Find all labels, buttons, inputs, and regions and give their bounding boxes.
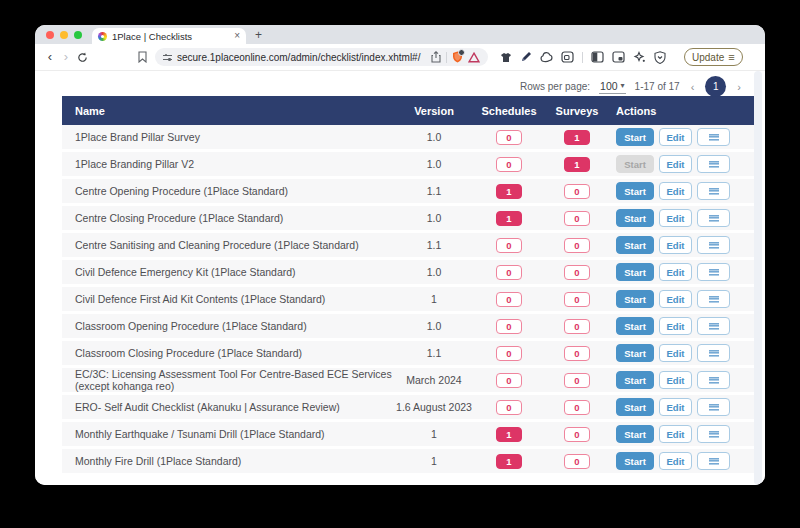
start-button[interactable]: Start	[616, 317, 654, 335]
tshirt-extension-icon[interactable]	[500, 52, 512, 63]
edit-button[interactable]: Edit	[659, 317, 692, 335]
back-button[interactable]: ‹	[42, 49, 58, 65]
reload-icon[interactable]	[74, 52, 90, 63]
tab-group-icon[interactable]	[612, 51, 625, 63]
edit-button[interactable]: Edit	[659, 128, 692, 146]
edit-button[interactable]: Edit	[659, 263, 692, 281]
update-browser-button[interactable]: Update ≡	[684, 48, 743, 66]
sparkle-icon[interactable]	[633, 51, 646, 63]
surveys-count-badge[interactable]: 1	[564, 157, 590, 172]
rows-per-page-select[interactable]: 100 ▾	[599, 80, 626, 94]
surveys-count-badge[interactable]: 0	[564, 373, 590, 388]
edit-button[interactable]: Edit	[659, 182, 692, 200]
zoom-window-button[interactable]	[74, 31, 82, 39]
address-bar[interactable]: secure.1placeonline.com/admin/checklist/…	[155, 48, 488, 66]
edit-button[interactable]: Edit	[659, 209, 692, 227]
start-button[interactable]: Start	[616, 425, 654, 443]
start-button[interactable]: Start	[616, 452, 654, 470]
schedules-count-badge[interactable]: 1	[496, 427, 522, 442]
browser-tab[interactable]: 1Place | Checklists ×	[92, 28, 246, 44]
page-content: Rows per page: 100 ▾ 1-17 of 17 ‹ 1 › Na…	[35, 71, 765, 485]
edit-button[interactable]: Edit	[659, 452, 692, 470]
share-icon[interactable]	[431, 51, 441, 63]
edit-button[interactable]: Edit	[659, 290, 692, 308]
start-button[interactable]: Start	[616, 371, 654, 389]
edit-button[interactable]: Edit	[659, 155, 692, 173]
surveys-count-badge[interactable]: 0	[564, 184, 590, 199]
schedules-count-badge[interactable]: 0	[496, 346, 522, 361]
surveys-count-badge[interactable]: 0	[564, 211, 590, 226]
edit-button[interactable]: Edit	[659, 344, 692, 362]
minimize-window-button[interactable]	[60, 31, 68, 39]
surveys-count-badge[interactable]: 0	[564, 265, 590, 280]
triangle-extension-icon[interactable]	[468, 52, 480, 63]
cloud-extension-icon[interactable]	[540, 51, 553, 63]
schedules-count-badge[interactable]: 0	[496, 292, 522, 307]
row-menu-button[interactable]	[697, 425, 730, 443]
column-header-schedules[interactable]: Schedules	[474, 105, 544, 117]
surveys-count-badge[interactable]: 0	[564, 400, 590, 415]
surveys-count-badge[interactable]: 0	[564, 346, 590, 361]
schedules-count-badge[interactable]: 0	[496, 238, 522, 253]
surveys-count-badge[interactable]: 0	[564, 454, 590, 469]
edit-button[interactable]: Edit	[659, 425, 692, 443]
tune-icon[interactable]	[163, 54, 172, 61]
row-menu-button[interactable]	[697, 182, 730, 200]
column-header-surveys[interactable]: Surveys	[544, 105, 610, 117]
surveys-count-badge[interactable]: 1	[564, 130, 590, 145]
start-button[interactable]: Start	[616, 182, 654, 200]
column-header-name[interactable]: Name	[62, 105, 394, 117]
tab-close-icon[interactable]: ×	[234, 31, 240, 41]
row-menu-button[interactable]	[697, 290, 730, 308]
schedules-count-badge[interactable]: 0	[496, 400, 522, 415]
capture-extension-icon[interactable]	[561, 51, 574, 63]
schedules-count-badge[interactable]: 0	[496, 373, 522, 388]
bookmark-icon[interactable]	[138, 51, 147, 63]
row-menu-button[interactable]	[697, 209, 730, 227]
start-button[interactable]: Start	[616, 128, 654, 146]
privacy-shield-icon[interactable]	[654, 51, 666, 64]
start-button[interactable]: Start	[616, 236, 654, 254]
schedules-count-badge[interactable]: 0	[496, 157, 522, 172]
schedules-count-badge[interactable]: 0	[496, 265, 522, 280]
start-button[interactable]: Start	[616, 263, 654, 281]
schedules-count-badge[interactable]: 0	[496, 319, 522, 334]
start-button[interactable]: Start	[616, 290, 654, 308]
checklist-version: 1	[394, 293, 474, 305]
next-page-button[interactable]: ›	[735, 81, 743, 93]
edit-button[interactable]: Edit	[659, 398, 692, 416]
start-button[interactable]: Start	[616, 344, 654, 362]
shield-extension-icon[interactable]	[452, 51, 463, 63]
row-menu-button[interactable]	[697, 317, 730, 335]
row-menu-button[interactable]	[697, 371, 730, 389]
row-menu-button[interactable]	[697, 344, 730, 362]
surveys-count-badge[interactable]: 0	[564, 238, 590, 253]
row-menu-button[interactable]	[697, 236, 730, 254]
row-menu-button[interactable]	[697, 263, 730, 281]
row-menu-button[interactable]	[697, 452, 730, 470]
row-menu-button[interactable]	[697, 128, 730, 146]
schedules-count-badge[interactable]: 1	[496, 211, 522, 226]
schedules-count-badge[interactable]: 1	[496, 184, 522, 199]
checklist-version: 1.0	[394, 320, 474, 332]
edit-button[interactable]: Edit	[659, 236, 692, 254]
scrollbar[interactable]	[754, 71, 762, 485]
row-menu-button[interactable]	[697, 398, 730, 416]
edit-button[interactable]: Edit	[659, 371, 692, 389]
surveys-count-badge[interactable]: 0	[564, 427, 590, 442]
start-button[interactable]: Start	[616, 209, 654, 227]
schedules-count-badge[interactable]: 1	[496, 454, 522, 469]
sidebar-toggle-icon[interactable]	[591, 51, 604, 63]
surveys-count-badge[interactable]: 0	[564, 319, 590, 334]
start-button[interactable]: Start	[616, 398, 654, 416]
current-page-button[interactable]: 1	[705, 76, 726, 97]
schedules-count-badge[interactable]: 0	[496, 130, 522, 145]
surveys-count-badge[interactable]: 0	[564, 292, 590, 307]
row-menu-button[interactable]	[697, 155, 730, 173]
pen-extension-icon[interactable]	[520, 51, 532, 63]
new-tab-button[interactable]: +	[255, 28, 262, 42]
previous-page-button[interactable]: ‹	[689, 81, 697, 93]
url-text[interactable]: secure.1placeonline.com/admin/checklist/…	[177, 52, 426, 63]
column-header-version[interactable]: Version	[394, 105, 474, 117]
close-window-button[interactable]	[46, 31, 54, 39]
